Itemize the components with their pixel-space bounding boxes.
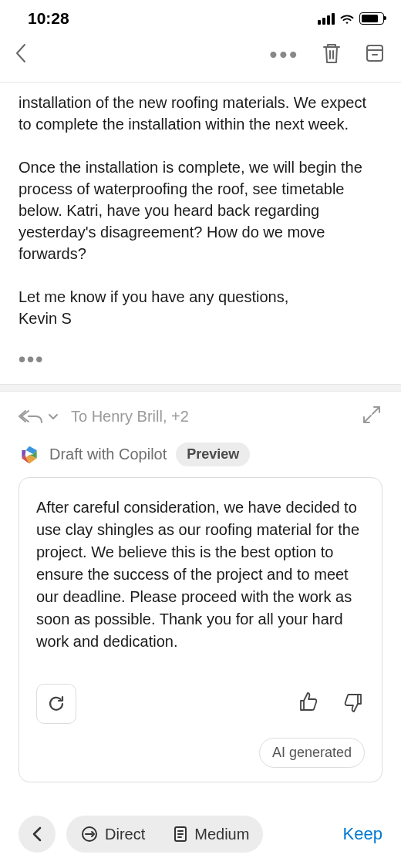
reply-all-dropdown[interactable] — [19, 409, 60, 424]
length-medium-button[interactable]: Medium — [159, 816, 263, 853]
expand-email-icon[interactable]: ••• — [0, 348, 401, 384]
thumbs-down-button[interactable] — [342, 691, 365, 717]
back-button[interactable] — [14, 42, 28, 67]
wifi-icon — [339, 13, 355, 25]
cellular-signal-icon — [318, 12, 335, 25]
email-body: installation of the new roofing material… — [0, 82, 401, 348]
draft-card: After careful consideration, we have dec… — [19, 477, 382, 782]
bottom-toolbar: Direct Medium Keep — [0, 800, 401, 868]
status-bar: 10:28 — [0, 0, 401, 34]
svg-rect-0 — [367, 45, 382, 61]
draft-text: After careful consideration, we have dec… — [36, 496, 365, 653]
thumbs-up-button[interactable] — [297, 691, 320, 717]
copilot-header: Draft with Copilot Preview — [0, 438, 401, 477]
battery-icon — [359, 12, 384, 25]
archive-icon[interactable] — [364, 42, 386, 67]
email-paragraph: Let me know if you have any questions, K… — [19, 286, 382, 329]
email-signature: Kevin S — [19, 310, 72, 327]
back-circle-button[interactable] — [19, 816, 56, 853]
email-paragraph: Once the installation is complete, we wi… — [19, 156, 382, 264]
expand-icon[interactable] — [361, 404, 382, 429]
preview-badge: Preview — [176, 442, 250, 466]
reply-to-label: To Henry Brill, +2 — [71, 408, 189, 426]
tone-length-group: Direct Medium — [66, 816, 263, 853]
ai-generated-badge: AI generated — [259, 738, 365, 768]
keep-button[interactable]: Keep — [343, 824, 382, 844]
status-indicators — [318, 12, 384, 25]
regenerate-button[interactable] — [36, 684, 76, 724]
copilot-label: Draft with Copilot — [49, 446, 167, 463]
copilot-icon — [19, 444, 40, 466]
tone-direct-button[interactable]: Direct — [66, 816, 159, 853]
reply-header: To Henry Brill, +2 — [0, 392, 401, 438]
nav-bar: ••• — [0, 34, 401, 82]
section-divider — [0, 384, 401, 392]
status-time: 10:28 — [28, 9, 69, 28]
more-options-icon[interactable]: ••• — [270, 42, 299, 67]
trash-icon[interactable] — [321, 42, 342, 68]
email-paragraph: installation of the new roofing material… — [19, 92, 382, 135]
